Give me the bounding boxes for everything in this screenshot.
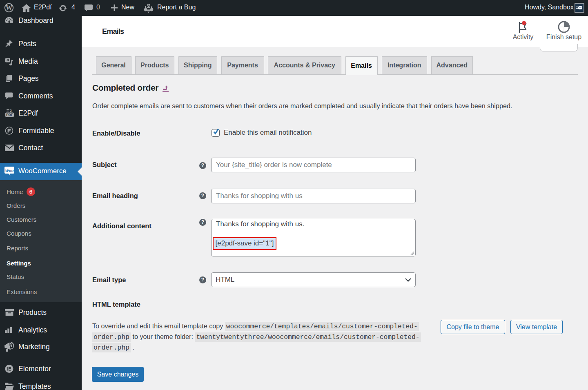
svg-text:PDF: PDF	[6, 113, 13, 117]
svg-text:Woo: Woo	[5, 168, 14, 173]
svg-text:W: W	[6, 4, 13, 11]
svg-text:2: 2	[10, 109, 12, 113]
